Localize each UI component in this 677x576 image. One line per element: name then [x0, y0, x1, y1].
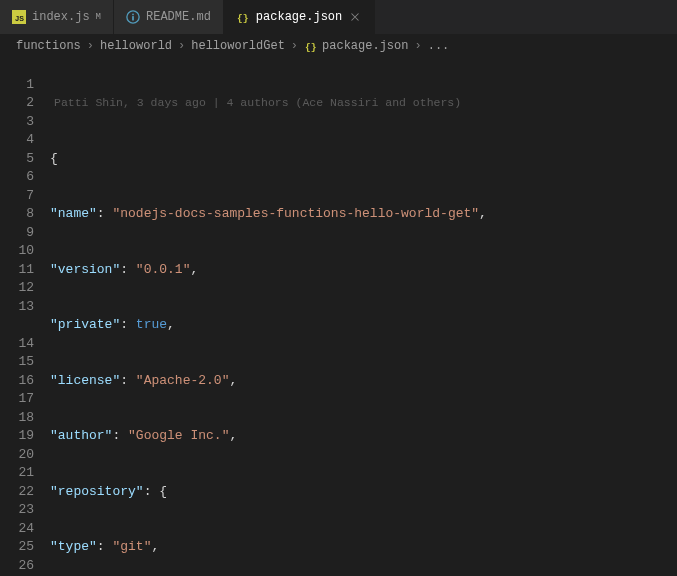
- line-number: 6: [0, 168, 34, 187]
- modified-indicator: M: [96, 12, 101, 22]
- svg-text:{}: {}: [237, 13, 249, 24]
- gitlens-annotation[interactable]: Patti Shin, 3 days ago | 4 authors (Ace …: [50, 94, 677, 113]
- close-icon[interactable]: [348, 10, 362, 24]
- svg-text:{}: {}: [305, 42, 317, 53]
- breadcrumb-trailing: ...: [428, 39, 450, 53]
- line-number: 21: [0, 464, 34, 483]
- chevron-right-icon: ›: [178, 39, 185, 53]
- breadcrumb-file[interactable]: package.json: [322, 39, 408, 53]
- tab-package-json[interactable]: {} package.json: [224, 0, 375, 34]
- line-number: 4: [0, 131, 34, 150]
- gitlens-spacer: [0, 57, 34, 76]
- breadcrumb-item[interactable]: helloworldGet: [191, 39, 285, 53]
- chevron-right-icon: ›: [291, 39, 298, 53]
- line-number: 17: [0, 390, 34, 409]
- line-number: 7: [0, 187, 34, 206]
- svg-text:JS: JS: [15, 14, 25, 23]
- line-number: 12: [0, 279, 34, 298]
- tab-label: package.json: [256, 10, 342, 24]
- svg-point-3: [132, 14, 134, 16]
- line-number: 18: [0, 409, 34, 428]
- line-number-gutter: 1 2 3 4 5 6 7 8 9 10 11 12 13 14 15 16 1…: [0, 57, 50, 576]
- breadcrumb-item[interactable]: helloworld: [100, 39, 172, 53]
- line-number: 3: [0, 113, 34, 132]
- tab-label: index.js: [32, 10, 90, 24]
- json-file-icon: {}: [304, 39, 318, 53]
- line-number: 20: [0, 446, 34, 465]
- line-number: 11: [0, 261, 34, 280]
- code-editor[interactable]: 1 2 3 4 5 6 7 8 9 10 11 12 13 14 15 16 1…: [0, 57, 677, 576]
- breadcrumb-item[interactable]: functions: [16, 39, 81, 53]
- breadcrumb[interactable]: functions › helloworld › helloworldGet ›…: [0, 35, 677, 57]
- code-content[interactable]: Patti Shin, 3 days ago | 4 authors (Ace …: [50, 57, 677, 576]
- line-number: 1: [0, 76, 34, 95]
- tab-label: README.md: [146, 10, 211, 24]
- svg-rect-4: [132, 16, 134, 20]
- line-number: 25: [0, 538, 34, 557]
- tab-bar: JS index.js M README.md {} package.json: [0, 0, 677, 35]
- line-number: 5: [0, 150, 34, 169]
- line-number: 16: [0, 372, 34, 391]
- line-number: 23: [0, 501, 34, 520]
- line-number: 26: [0, 557, 34, 576]
- line-number: 10: [0, 242, 34, 261]
- line-number: 9: [0, 224, 34, 243]
- info-file-icon: [126, 10, 140, 24]
- tab-readme[interactable]: README.md: [114, 0, 224, 34]
- tab-index-js[interactable]: JS index.js M: [0, 0, 114, 34]
- debug-spacer: [0, 316, 34, 335]
- line-number: 19: [0, 427, 34, 446]
- line-number: 14: [0, 335, 34, 354]
- line-number: 2: [0, 94, 34, 113]
- line-number: 24: [0, 520, 34, 539]
- line-number: 8: [0, 205, 34, 224]
- chevron-right-icon: ›: [87, 39, 94, 53]
- line-number: 22: [0, 483, 34, 502]
- line-number: 13: [0, 298, 34, 317]
- json-file-icon: {}: [236, 10, 250, 24]
- line-number: 15: [0, 353, 34, 372]
- chevron-right-icon: ›: [414, 39, 421, 53]
- js-file-icon: JS: [12, 10, 26, 24]
